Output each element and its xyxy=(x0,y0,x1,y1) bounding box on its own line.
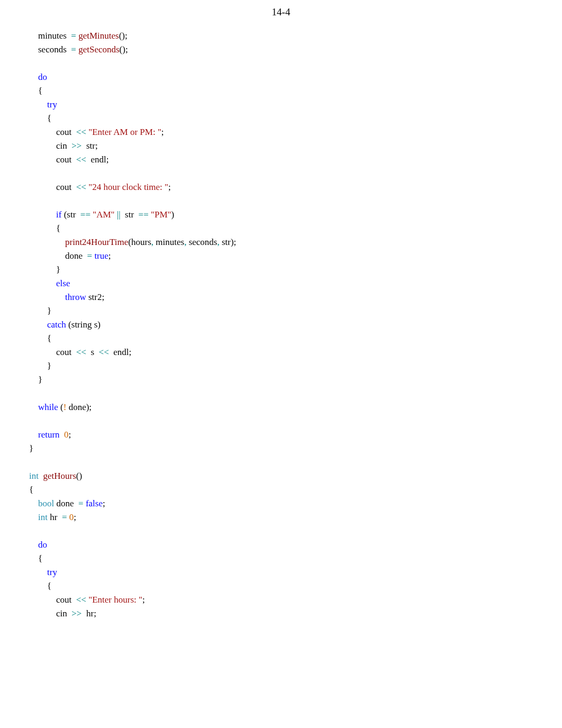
code-line: cin >> hr; xyxy=(29,608,96,618)
code-line: do xyxy=(29,72,47,82)
code-line: } xyxy=(29,306,51,316)
code-line: else xyxy=(29,278,70,288)
code-line: } xyxy=(29,375,42,385)
code-line: cin >> str; xyxy=(29,141,98,151)
code-line xyxy=(29,457,31,467)
code-line: while (! done); xyxy=(29,402,92,412)
code-line: { xyxy=(29,333,51,343)
code-line: { xyxy=(29,485,33,495)
code-line xyxy=(29,416,31,426)
code-line xyxy=(29,168,31,178)
code-line: int getHours() xyxy=(29,471,82,481)
code-line: { xyxy=(29,581,51,591)
code-line: if (str == "AM" || str == "PM") xyxy=(29,210,174,220)
code-line: { xyxy=(29,223,60,233)
code-line: catch (string s) xyxy=(29,320,101,330)
page-number: 14-4 xyxy=(272,6,291,17)
code-line: done = true; xyxy=(29,251,111,261)
code-block: minutes = getMinutes(); seconds = getSec… xyxy=(29,29,533,621)
code-line: cout << "24 hour clock time: "; xyxy=(29,182,171,192)
code-line: print24HourTime(hours, minutes, seconds,… xyxy=(29,237,236,247)
code-line: { xyxy=(29,553,42,563)
code-line: try xyxy=(29,99,57,110)
code-line: minutes = getMinutes(); xyxy=(29,31,128,41)
code-line: cout << "Enter AM or PM: "; xyxy=(29,127,164,137)
code-line: do xyxy=(29,540,47,550)
code-line: return 0; xyxy=(29,430,71,440)
code-line: int hr = 0; xyxy=(29,512,76,522)
code-line: { xyxy=(29,113,51,123)
code-line: cout << "Enter hours: "; xyxy=(29,595,145,605)
code-line: } xyxy=(29,443,33,453)
code-line: cout << s << endl; xyxy=(29,347,131,357)
code-line: } xyxy=(29,265,60,275)
code-line xyxy=(29,526,31,536)
code-line: throw str2; xyxy=(29,292,104,302)
code-line xyxy=(29,388,31,398)
code-line: } xyxy=(29,361,51,371)
code-line xyxy=(29,196,31,206)
code-line: bool done = false; xyxy=(29,498,105,508)
code-line: cout << endl; xyxy=(29,154,108,165)
code-line: seconds = getSeconds(); xyxy=(29,44,128,54)
code-line: try xyxy=(29,567,57,577)
page-header: 14-4 xyxy=(0,0,562,18)
code-line: { xyxy=(29,86,42,96)
code-line xyxy=(29,58,31,68)
